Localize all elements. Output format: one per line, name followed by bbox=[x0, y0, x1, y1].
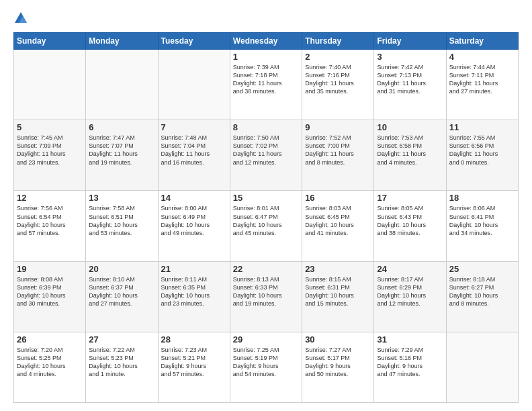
calendar-cell: 24Sunrise: 8:17 AM Sunset: 6:29 PM Dayli… bbox=[374, 261, 446, 332]
cell-info: Sunrise: 8:00 AM Sunset: 6:49 PM Dayligh… bbox=[161, 204, 227, 237]
cell-info: Sunrise: 7:53 AM Sunset: 6:58 PM Dayligh… bbox=[377, 134, 443, 167]
calendar-cell: 10Sunrise: 7:53 AM Sunset: 6:58 PM Dayli… bbox=[374, 120, 446, 191]
day-number: 1 bbox=[233, 52, 299, 62]
day-number: 6 bbox=[89, 122, 154, 132]
day-number: 3 bbox=[377, 52, 443, 62]
cell-info: Sunrise: 7:29 AM Sunset: 5:16 PM Dayligh… bbox=[377, 346, 443, 379]
calendar-header-friday: Friday bbox=[374, 33, 446, 50]
calendar-cell: 25Sunrise: 8:18 AM Sunset: 6:27 PM Dayli… bbox=[446, 261, 518, 332]
calendar-cell: 31Sunrise: 7:29 AM Sunset: 5:16 PM Dayli… bbox=[374, 332, 446, 402]
cell-info: Sunrise: 7:40 AM Sunset: 7:16 PM Dayligh… bbox=[305, 63, 371, 96]
day-number: 30 bbox=[305, 334, 371, 345]
calendar-cell: 17Sunrise: 8:05 AM Sunset: 6:43 PM Dayli… bbox=[374, 191, 446, 261]
day-number: 26 bbox=[17, 334, 83, 345]
logo bbox=[13, 11, 30, 26]
cell-info: Sunrise: 7:23 AM Sunset: 5:21 PM Dayligh… bbox=[161, 346, 227, 379]
calendar-week-3: 19Sunrise: 8:08 AM Sunset: 6:39 PM Dayli… bbox=[14, 261, 519, 332]
cell-info: Sunrise: 8:17 AM Sunset: 6:29 PM Dayligh… bbox=[377, 275, 443, 308]
calendar-cell bbox=[14, 50, 86, 120]
day-number: 2 bbox=[305, 52, 371, 62]
calendar-week-2: 12Sunrise: 7:56 AM Sunset: 6:54 PM Dayli… bbox=[14, 191, 519, 261]
calendar-header-saturday: Saturday bbox=[446, 33, 518, 50]
cell-info: Sunrise: 7:58 AM Sunset: 6:51 PM Dayligh… bbox=[89, 204, 154, 237]
cell-info: Sunrise: 7:45 AM Sunset: 7:09 PM Dayligh… bbox=[17, 134, 83, 167]
day-number: 9 bbox=[305, 122, 371, 132]
calendar-cell: 4Sunrise: 7:44 AM Sunset: 7:11 PM Daylig… bbox=[446, 50, 518, 120]
day-number: 23 bbox=[305, 264, 371, 274]
cell-info: Sunrise: 8:10 AM Sunset: 6:37 PM Dayligh… bbox=[89, 275, 154, 308]
cell-info: Sunrise: 8:18 AM Sunset: 6:27 PM Dayligh… bbox=[449, 275, 515, 308]
calendar-header-thursday: Thursday bbox=[302, 33, 374, 50]
calendar-cell: 8Sunrise: 7:50 AM Sunset: 7:02 PM Daylig… bbox=[230, 120, 302, 191]
day-number: 19 bbox=[17, 264, 83, 274]
day-number: 29 bbox=[233, 334, 299, 345]
day-number: 28 bbox=[161, 334, 227, 345]
day-number: 25 bbox=[449, 264, 515, 274]
calendar-week-4: 26Sunrise: 7:20 AM Sunset: 5:25 PM Dayli… bbox=[14, 332, 519, 402]
day-number: 22 bbox=[233, 264, 299, 274]
day-number: 15 bbox=[233, 193, 299, 203]
calendar-header-monday: Monday bbox=[86, 33, 158, 50]
cell-info: Sunrise: 8:08 AM Sunset: 6:39 PM Dayligh… bbox=[17, 275, 83, 308]
day-number: 7 bbox=[161, 122, 227, 132]
day-number: 21 bbox=[161, 264, 227, 274]
day-number: 31 bbox=[377, 334, 443, 345]
calendar-cell bbox=[86, 50, 158, 120]
cell-info: Sunrise: 8:11 AM Sunset: 6:35 PM Dayligh… bbox=[161, 275, 227, 308]
day-number: 20 bbox=[89, 264, 154, 274]
calendar-cell: 30Sunrise: 7:27 AM Sunset: 5:17 PM Dayli… bbox=[302, 332, 374, 402]
calendar-cell: 18Sunrise: 8:06 AM Sunset: 6:41 PM Dayli… bbox=[446, 191, 518, 261]
calendar-cell: 19Sunrise: 8:08 AM Sunset: 6:39 PM Dayli… bbox=[14, 261, 86, 332]
calendar-cell: 16Sunrise: 8:03 AM Sunset: 6:45 PM Dayli… bbox=[302, 191, 374, 261]
cell-info: Sunrise: 7:39 AM Sunset: 7:18 PM Dayligh… bbox=[233, 63, 299, 96]
calendar-cell: 26Sunrise: 7:20 AM Sunset: 5:25 PM Dayli… bbox=[14, 332, 86, 402]
cell-info: Sunrise: 8:13 AM Sunset: 6:33 PM Dayligh… bbox=[233, 275, 299, 308]
calendar-cell: 9Sunrise: 7:52 AM Sunset: 7:00 PM Daylig… bbox=[302, 120, 374, 191]
calendar-cell: 13Sunrise: 7:58 AM Sunset: 6:51 PM Dayli… bbox=[86, 191, 158, 261]
calendar-cell: 1Sunrise: 7:39 AM Sunset: 7:18 PM Daylig… bbox=[230, 50, 302, 120]
cell-info: Sunrise: 8:05 AM Sunset: 6:43 PM Dayligh… bbox=[377, 204, 443, 237]
calendar-cell bbox=[158, 50, 230, 120]
cell-info: Sunrise: 7:50 AM Sunset: 7:02 PM Dayligh… bbox=[233, 134, 299, 167]
calendar-cell: 15Sunrise: 8:01 AM Sunset: 6:47 PM Dayli… bbox=[230, 191, 302, 261]
cell-info: Sunrise: 8:06 AM Sunset: 6:41 PM Dayligh… bbox=[449, 204, 515, 237]
calendar-cell: 3Sunrise: 7:42 AM Sunset: 7:13 PM Daylig… bbox=[374, 50, 446, 120]
calendar-header-tuesday: Tuesday bbox=[158, 33, 230, 50]
day-number: 24 bbox=[377, 264, 443, 274]
cell-info: Sunrise: 7:55 AM Sunset: 6:56 PM Dayligh… bbox=[449, 134, 515, 167]
day-number: 14 bbox=[161, 193, 227, 203]
day-number: 27 bbox=[89, 334, 154, 345]
calendar-cell: 6Sunrise: 7:47 AM Sunset: 7:07 PM Daylig… bbox=[86, 120, 158, 191]
calendar-cell: 22Sunrise: 8:13 AM Sunset: 6:33 PM Dayli… bbox=[230, 261, 302, 332]
day-number: 16 bbox=[305, 193, 371, 203]
cell-info: Sunrise: 8:15 AM Sunset: 6:31 PM Dayligh… bbox=[305, 275, 371, 308]
calendar-header-wednesday: Wednesday bbox=[230, 33, 302, 50]
cell-info: Sunrise: 7:20 AM Sunset: 5:25 PM Dayligh… bbox=[17, 346, 83, 379]
day-number: 12 bbox=[17, 193, 83, 203]
calendar-cell: 12Sunrise: 7:56 AM Sunset: 6:54 PM Dayli… bbox=[14, 191, 86, 261]
calendar-week-1: 5Sunrise: 7:45 AM Sunset: 7:09 PM Daylig… bbox=[14, 120, 519, 191]
header bbox=[13, 11, 519, 26]
cell-info: Sunrise: 7:44 AM Sunset: 7:11 PM Dayligh… bbox=[449, 63, 515, 96]
calendar-header-row: SundayMondayTuesdayWednesdayThursdayFrid… bbox=[14, 33, 519, 50]
cell-info: Sunrise: 7:47 AM Sunset: 7:07 PM Dayligh… bbox=[89, 134, 154, 167]
calendar-cell: 27Sunrise: 7:22 AM Sunset: 5:23 PM Dayli… bbox=[86, 332, 158, 402]
calendar-cell: 29Sunrise: 7:25 AM Sunset: 5:19 PM Dayli… bbox=[230, 332, 302, 402]
cell-info: Sunrise: 7:27 AM Sunset: 5:17 PM Dayligh… bbox=[305, 346, 371, 379]
cell-info: Sunrise: 8:01 AM Sunset: 6:47 PM Dayligh… bbox=[233, 204, 299, 237]
cell-info: Sunrise: 7:25 AM Sunset: 5:19 PM Dayligh… bbox=[233, 346, 299, 379]
cell-info: Sunrise: 7:56 AM Sunset: 6:54 PM Dayligh… bbox=[17, 204, 83, 237]
cell-info: Sunrise: 7:48 AM Sunset: 7:04 PM Dayligh… bbox=[161, 134, 227, 167]
day-number: 5 bbox=[17, 122, 83, 132]
calendar-cell: 21Sunrise: 8:11 AM Sunset: 6:35 PM Dayli… bbox=[158, 261, 230, 332]
calendar-cell: 23Sunrise: 8:15 AM Sunset: 6:31 PM Dayli… bbox=[302, 261, 374, 332]
cell-info: Sunrise: 8:03 AM Sunset: 6:45 PM Dayligh… bbox=[305, 204, 371, 237]
day-number: 8 bbox=[233, 122, 299, 132]
cell-info: Sunrise: 7:22 AM Sunset: 5:23 PM Dayligh… bbox=[89, 346, 154, 379]
calendar-cell: 2Sunrise: 7:40 AM Sunset: 7:16 PM Daylig… bbox=[302, 50, 374, 120]
logo-icon bbox=[13, 11, 28, 26]
page: SundayMondayTuesdayWednesdayThursdayFrid… bbox=[0, 0, 532, 411]
calendar-cell bbox=[446, 332, 518, 402]
cell-info: Sunrise: 7:52 AM Sunset: 7:00 PM Dayligh… bbox=[305, 134, 371, 167]
cell-info: Sunrise: 7:42 AM Sunset: 7:13 PM Dayligh… bbox=[377, 63, 443, 96]
